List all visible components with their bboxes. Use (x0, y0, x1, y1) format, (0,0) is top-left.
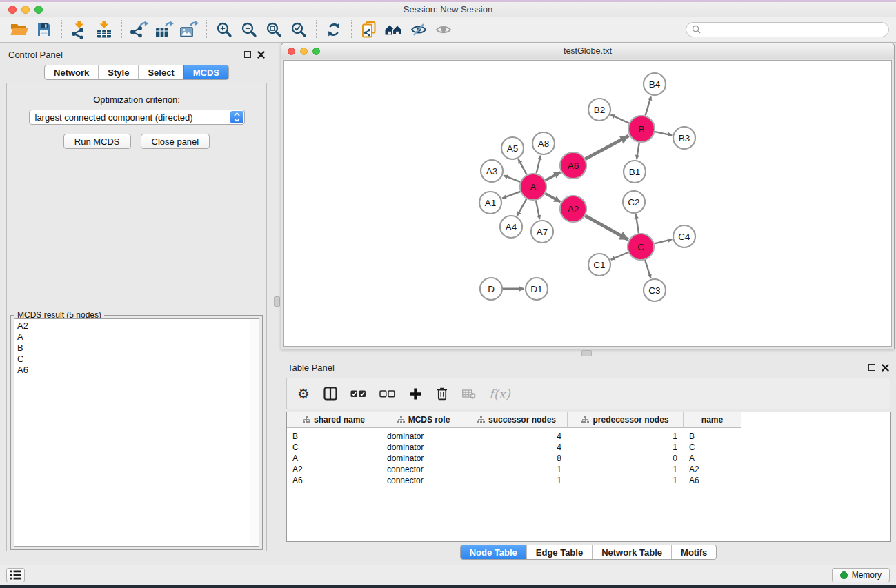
table-row[interactable]: Adominator80A (287, 454, 890, 465)
graph-node-A4[interactable]: A4 (500, 216, 522, 238)
table-cell[interactable]: dominator (381, 443, 466, 454)
table-cell[interactable]: 8 (466, 454, 568, 465)
table-cell[interactable]: A6 (287, 476, 381, 487)
graph-node-C3[interactable]: C3 (644, 279, 666, 301)
graph-node-C[interactable]: C (628, 234, 654, 260)
zoom-fit-button[interactable] (261, 19, 286, 41)
table-cell[interactable]: 1 (466, 476, 568, 487)
column-header-predecessor-nodes[interactable]: predecessor nodes (568, 412, 684, 428)
graph-edge-C-C3[interactable] (645, 260, 651, 278)
close-window-button[interactable] (8, 6, 17, 14)
table-cell[interactable]: 0 (568, 454, 684, 465)
float-panel-icon[interactable] (868, 364, 875, 371)
graph-edge-B-B2[interactable] (610, 115, 628, 123)
create-column-button[interactable] (408, 385, 422, 403)
graph-edge-A-A1[interactable] (502, 192, 520, 199)
tab-network[interactable]: Network (45, 65, 98, 79)
mcds-result-item[interactable]: C (17, 354, 250, 365)
network-window-titlebar[interactable]: testGlobe.txt (281, 43, 894, 59)
minimize-window-button[interactable] (21, 6, 30, 14)
column-header-shared-name[interactable]: shared name (287, 412, 381, 428)
table-cell[interactable]: A6 (684, 476, 741, 487)
select-all-columns-button[interactable] (350, 385, 366, 403)
table-cell[interactable]: dominator (381, 454, 466, 465)
column-header-name[interactable]: name (684, 412, 741, 428)
graph-edge-A-A3[interactable] (504, 175, 521, 181)
table-cell[interactable]: dominator (381, 432, 466, 443)
table-cell[interactable]: 1 (568, 432, 684, 443)
graph-node-A6[interactable]: A6 (560, 152, 586, 179)
graph-edge-A-A5[interactable] (519, 159, 527, 175)
column-header-mcds-role[interactable]: MCDS role (381, 412, 466, 428)
table-row[interactable]: A6connector11A6 (287, 476, 890, 487)
table-cell[interactable]: 4 (466, 432, 568, 443)
table-tab-network-table[interactable]: Network Table (592, 545, 671, 559)
graph-edge-A-A2[interactable] (546, 194, 561, 202)
mcds-result-item[interactable]: A (17, 332, 250, 343)
network-canvas[interactable]: B4B2BB3A5A8A6A3AB1A1C2A2A4A7C4CC1C3DD1 (283, 60, 892, 347)
graph-node-C1[interactable]: C1 (588, 254, 610, 276)
table-cell[interactable]: B (287, 432, 381, 443)
horizontal-splitter-handle[interactable] (581, 350, 592, 356)
graph-node-B4[interactable]: B4 (644, 73, 666, 95)
zoom-selected-button[interactable] (286, 19, 311, 41)
column-header-successor-nodes[interactable]: successor nodes (466, 412, 568, 428)
graph-edge-A-A7[interactable] (536, 201, 540, 220)
graph-edge-A2-C[interactable] (585, 216, 628, 240)
graph-node-A3[interactable]: A3 (481, 160, 503, 182)
mcds-result-item[interactable]: B (17, 343, 250, 354)
export-network-button[interactable] (127, 19, 152, 41)
table-cell[interactable]: C (684, 443, 741, 454)
hide-graphics-details-button[interactable] (406, 19, 431, 41)
vertical-splitter-handle[interactable] (274, 296, 280, 307)
table-cell[interactable]: connector (381, 476, 466, 487)
zoom-out-button[interactable] (237, 19, 261, 41)
graph-node-A2[interactable]: A2 (560, 196, 586, 222)
import-network-button[interactable] (67, 19, 92, 41)
table-cell[interactable]: 1 (568, 476, 684, 487)
table-cell[interactable]: A (287, 454, 381, 465)
show-columns-button[interactable] (323, 385, 337, 403)
import-table-button[interactable] (92, 19, 117, 41)
scrollbar[interactable] (250, 319, 259, 546)
graph-edge-C-C2[interactable] (636, 214, 639, 233)
task-history-button[interactable] (6, 568, 25, 582)
table-cell[interactable]: C (287, 443, 381, 454)
graph-node-D1[interactable]: D1 (526, 278, 548, 300)
mcds-result-list[interactable]: A2ABCA6 (14, 319, 250, 546)
graph-node-C2[interactable]: C2 (623, 191, 645, 213)
float-panel-icon[interactable] (244, 51, 251, 58)
maximize-window-button[interactable] (34, 6, 43, 14)
home-button[interactable] (381, 19, 406, 41)
table-settings-button[interactable]: ⚙ (297, 385, 310, 403)
table-tab-motifs[interactable]: Motifs (671, 545, 716, 559)
tab-mcds[interactable]: MCDS (183, 65, 228, 79)
graph-edge-A-A4[interactable] (517, 199, 527, 216)
graph-edge-B-B4[interactable] (646, 96, 651, 116)
refresh-button[interactable] (321, 19, 346, 41)
graph-edge-B-B3[interactable] (655, 132, 673, 135)
graph-node-B[interactable]: B (628, 116, 655, 142)
graph-node-A8[interactable]: A8 (532, 132, 555, 154)
search-input[interactable] (704, 25, 883, 34)
table-tab-node-table[interactable]: Node Table (461, 545, 526, 559)
graph-node-D[interactable]: D (480, 278, 502, 300)
optimization-criterion-select[interactable]: largest connected component (directed) (29, 110, 245, 125)
table-cell[interactable]: B (684, 432, 741, 443)
graph-node-A1[interactable]: A1 (479, 192, 501, 214)
run-mcds-button[interactable]: Run MCDS (63, 134, 131, 149)
graph-node-A[interactable]: A (520, 174, 546, 200)
close-network-button[interactable] (288, 48, 295, 55)
close-panel-icon[interactable] (882, 364, 889, 372)
table-row[interactable]: A2connector11A2 (287, 465, 890, 476)
table-cell[interactable]: A2 (287, 465, 381, 476)
maximize-network-button[interactable] (312, 48, 320, 55)
close-panel-button[interactable]: Close panel (141, 134, 210, 149)
export-image-button[interactable] (177, 19, 201, 41)
table-cell[interactable]: 1 (568, 443, 684, 454)
graph-edge-A6-B[interactable] (586, 136, 629, 159)
graph-node-A7[interactable]: A7 (531, 221, 553, 243)
table-row[interactable]: Bdominator41B (287, 432, 890, 443)
save-session-button[interactable] (32, 19, 57, 41)
mcds-result-item[interactable]: A6 (17, 365, 250, 376)
